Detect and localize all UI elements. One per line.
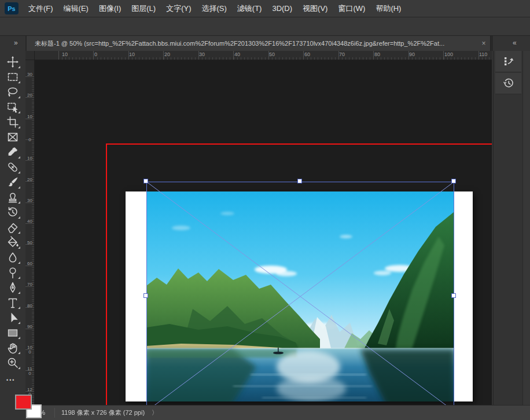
rectangular-marquee-tool[interactable] xyxy=(6,71,19,83)
close-tab-icon[interactable]: × xyxy=(480,36,488,51)
v-ruler-label: 20 xyxy=(27,178,32,182)
h-ruler-label: 50 xyxy=(269,51,275,57)
h-ruler-label: 10 xyxy=(62,51,68,57)
v-ruler-label: 110 xyxy=(27,367,32,375)
photoshop-window: Ps 文件(F) 编辑(E) 图像(I) 图层(L) 文字(Y) 选择(S) 滤… xyxy=(0,0,530,420)
v-ruler-label: 20 xyxy=(27,93,32,98)
menu-type[interactable]: 文字(Y) xyxy=(161,0,196,17)
v-ruler-label: 10 xyxy=(27,156,32,161)
menu-view[interactable]: 视图(V) xyxy=(297,0,333,17)
move-tool[interactable] xyxy=(6,56,19,68)
v-ruler-label: 10 xyxy=(27,115,32,119)
tools-panel-header: » xyxy=(0,36,25,51)
zoom-tool[interactable] xyxy=(6,356,19,369)
h-ruler-label: 20 xyxy=(164,51,170,57)
crop-tool[interactable] xyxy=(6,116,19,128)
right-panel-dock xyxy=(493,51,530,420)
h-ruler-label: 0 xyxy=(94,51,97,57)
h-ruler-label: 60 xyxy=(304,51,310,57)
menu-edit[interactable]: 编辑(E) xyxy=(58,0,94,17)
brush-tool[interactable] xyxy=(6,176,19,189)
v-ruler-label: 0 xyxy=(27,138,32,142)
menu-image[interactable]: 图像(I) xyxy=(94,0,126,17)
transform-handle-top-right[interactable] xyxy=(451,179,456,183)
type-tool[interactable] xyxy=(6,296,19,309)
dock-header: « xyxy=(493,36,530,51)
v-ruler-label: 50 xyxy=(27,241,32,245)
v-ruler-label: 70 xyxy=(27,282,32,287)
history-clock-icon xyxy=(502,77,515,90)
dodge-tool[interactable] xyxy=(6,266,19,279)
frame-tool[interactable] xyxy=(6,131,19,143)
menu-items: 文件(F) 编辑(E) 图像(I) 图层(L) 文字(Y) 选择(S) 滤镜(T… xyxy=(23,0,406,17)
menu-3d[interactable]: 3D(D) xyxy=(267,0,297,17)
history-brush-tool[interactable] xyxy=(6,206,19,219)
foreground-color-swatch[interactable] xyxy=(15,395,32,410)
v-ruler-label: 100 xyxy=(27,345,32,354)
ruler-origin-corner[interactable] xyxy=(25,51,35,60)
edit-toolbar-ellipsis-icon[interactable]: ••• xyxy=(6,374,19,382)
transform-handle-middle-left[interactable] xyxy=(143,293,148,298)
status-bar: 50% 1198 像素 x 726 像素 (72 ppi) 〉 xyxy=(25,405,530,420)
document-tab[interactable]: 未标题-1 @ 50% (src=http_%2F%2Fattach.bbs.m… xyxy=(27,36,491,51)
free-transform-bounding-box[interactable] xyxy=(146,182,454,405)
horizontal-ruler[interactable]: 10 0 10 20 30 40 50 60 70 80 90 100 110 xyxy=(35,51,492,60)
collapse-dock-icon[interactable]: « xyxy=(513,39,516,47)
eraser-tool[interactable] xyxy=(6,221,19,234)
blur-tool[interactable] xyxy=(6,251,19,264)
rectangle-shape-tool[interactable] xyxy=(6,326,19,339)
transform-handle-top-center[interactable] xyxy=(297,179,302,183)
h-ruler-label: 40 xyxy=(234,51,240,57)
lasso-tool[interactable] xyxy=(6,86,19,98)
v-ruler-label: 80 xyxy=(27,304,32,308)
hand-tool[interactable] xyxy=(6,341,19,354)
paint-bucket-tool[interactable] xyxy=(6,236,19,249)
vertical-ruler[interactable]: 30 20 10 0 10 20 30 40 50 60 70 80 90 10… xyxy=(25,60,35,405)
pen-tool[interactable] xyxy=(6,281,19,294)
document-tab-title: 未标题-1 @ 50% (src=http_%2F%2Fattach.bbs.m… xyxy=(35,36,478,51)
v-ruler-label: 30 xyxy=(27,198,32,203)
document-tab-bar: 未标题-1 @ 50% (src=http_%2F%2Fattach.bbs.m… xyxy=(25,36,493,51)
menu-help[interactable]: 帮助(H) xyxy=(370,0,406,17)
h-ruler-label: 90 xyxy=(409,51,415,57)
panel-button-arrange[interactable] xyxy=(495,51,521,72)
object-selection-tool[interactable] xyxy=(6,101,19,113)
v-ruler-label: 60 xyxy=(27,261,32,266)
v-ruler-label: 40 xyxy=(27,219,32,224)
h-ruler-label: 80 xyxy=(374,51,380,57)
transform-outline xyxy=(146,182,454,405)
transform-options-bar: X: 607.00 像素 △ Y: 363.00 像素 W: 103.91% H… xyxy=(0,17,530,36)
status-divider xyxy=(54,408,55,418)
eyedropper-tool[interactable] xyxy=(6,146,19,159)
menu-window[interactable]: 窗口(W) xyxy=(333,0,370,17)
status-more-chevron[interactable]: 〉 xyxy=(152,406,158,420)
status-document-dimensions: 1198 像素 x 726 像素 (72 ppi) xyxy=(61,406,145,420)
menu-bar: Ps 文件(F) 编辑(E) 图像(I) 图层(L) 文字(Y) 选择(S) 滤… xyxy=(0,0,530,17)
h-ruler-label: 100 xyxy=(444,51,453,57)
h-ruler-label: 110 xyxy=(479,51,487,57)
path-selection-tool[interactable] xyxy=(6,311,19,324)
transform-handle-top-left[interactable] xyxy=(143,179,148,183)
tools-panel: ••• ⇄ xyxy=(0,51,25,420)
dock-edge-strip xyxy=(522,51,530,420)
spot-healing-brush-tool[interactable] xyxy=(6,161,19,174)
expand-tools-icon[interactable]: » xyxy=(14,39,17,47)
photoshop-logo-icon[interactable]: Ps xyxy=(5,2,19,14)
h-ruler-label: 30 xyxy=(199,51,205,57)
panel-button-history[interactable] xyxy=(495,73,521,94)
menu-select[interactable]: 选择(S) xyxy=(196,0,231,17)
menu-layer[interactable]: 图层(L) xyxy=(126,0,161,17)
v-ruler-label: 30 xyxy=(27,72,32,77)
menu-file[interactable]: 文件(F) xyxy=(23,0,58,17)
squares-arrow-icon xyxy=(502,55,515,68)
h-ruler-label: 10 xyxy=(129,51,135,57)
transform-handle-middle-right[interactable] xyxy=(451,293,456,298)
canvas-area[interactable] xyxy=(35,60,492,405)
h-ruler-label: 70 xyxy=(339,51,345,57)
menu-filter[interactable]: 滤镜(T) xyxy=(232,0,267,17)
clone-stamp-tool[interactable] xyxy=(6,191,19,204)
v-ruler-label: 90 xyxy=(27,325,32,329)
